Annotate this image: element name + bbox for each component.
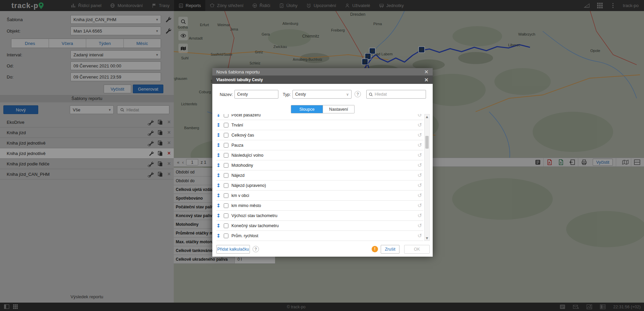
column-row: ↕Celkový čas↺ (216, 130, 423, 140)
drag-handle-icon[interactable]: ↕ (216, 223, 224, 229)
tab-columns[interactable]: Sloupce (291, 105, 323, 113)
drag-handle-icon[interactable]: ↕ (216, 152, 224, 158)
column-label: Trvání (231, 123, 418, 127)
name-label: Název: (220, 92, 233, 97)
drag-handle-icon[interactable]: ↕ (216, 132, 224, 138)
column-row: ↕Výchozí stav tachometru↺ (216, 211, 423, 221)
columns-scrollbar[interactable]: ▲ ▼ (424, 114, 430, 241)
table-properties-dialog-body: Název: Typ: Cesty∨ ? Hledat Sloupce Nast… (212, 84, 433, 257)
outer-dialog-title: Nová šablona reportu (216, 69, 260, 74)
inner-dialog-title: Vlastnosti tabulky Cesty (216, 77, 263, 82)
drag-handle-icon[interactable]: ↕ (216, 233, 224, 239)
column-row: ↕Trvání↺ (216, 120, 423, 130)
undo-icon[interactable]: ↺ (418, 142, 422, 148)
column-checkbox[interactable] (224, 203, 228, 208)
column-label: Výchozí stav tachometru (231, 213, 418, 218)
chevron-down-icon: ∨ (346, 92, 349, 97)
new-report-template-dialog: Nová šablona reportu × Vlastnosti tabulk… (212, 68, 433, 257)
column-checkbox[interactable] (224, 133, 228, 138)
drag-handle-icon[interactable]: ↕ (216, 162, 224, 168)
outer-dialog-header[interactable]: Nová šablona reportu × (212, 68, 433, 75)
column-row: ↕km v obci↺ (216, 191, 423, 201)
drag-handle-icon[interactable]: ↕ (216, 114, 224, 118)
column-checkbox[interactable] (224, 123, 228, 127)
undo-icon[interactable]: ↺ (418, 162, 422, 168)
undo-icon[interactable]: ↺ (418, 192, 422, 199)
undo-icon[interactable]: ↺ (418, 212, 422, 219)
ok-button[interactable]: OK (404, 245, 430, 254)
column-label: Motohodiny (231, 163, 418, 168)
column-checkbox[interactable] (224, 153, 228, 158)
column-checkbox[interactable] (224, 114, 228, 117)
columns-list: ↕Počet pasažérů↺↕Trvání↺↕Celkový čas↺↕Pa… (216, 114, 423, 241)
column-label: Počet pasažérů (231, 114, 418, 117)
column-row: ↕km mimo město↺ (216, 201, 423, 211)
cancel-button[interactable]: Zrušit (381, 245, 399, 254)
scroll-up-icon[interactable]: ▲ (425, 114, 429, 119)
column-label: Konečný stav tachometru (231, 223, 418, 228)
column-row: ↕Nájezd↺ (216, 170, 423, 180)
column-checkbox[interactable] (224, 193, 228, 198)
column-label: km v obci (231, 193, 418, 198)
help-icon[interactable]: ? (253, 246, 259, 252)
dialog-tabs: Sloupce Nastavení (291, 105, 355, 113)
drag-handle-icon[interactable]: ↕ (216, 142, 224, 148)
drag-handle-icon[interactable]: ↕ (216, 203, 224, 209)
drag-handle-icon[interactable]: ↕ (216, 193, 224, 199)
column-checkbox[interactable] (224, 173, 228, 178)
column-label: Nájezd (upraveno) (231, 183, 418, 188)
column-row: ↕Následující volno↺ (216, 150, 423, 160)
tab-settings[interactable]: Nastavení (323, 105, 354, 113)
column-label: Následující volno (231, 153, 418, 158)
column-row: ↕Pauza↺ (216, 140, 423, 150)
table-properties-dialog-header[interactable]: Vlastnosti tabulky Cesty × (212, 75, 433, 84)
undo-icon[interactable]: ↺ (418, 172, 422, 178)
drag-handle-icon[interactable]: ↕ (216, 183, 224, 189)
drag-handle-icon[interactable]: ↕ (216, 122, 224, 128)
name-input[interactable] (234, 90, 278, 99)
add-calculator-button[interactable]: Přidat kalkulačku (216, 245, 250, 254)
undo-icon[interactable]: ↺ (418, 222, 422, 229)
column-label: Nájezd (231, 173, 418, 178)
column-label: Pauza (231, 143, 418, 148)
column-checkbox[interactable] (224, 234, 228, 238)
drag-handle-icon[interactable]: ↕ (216, 172, 224, 178)
close-icon[interactable]: × (424, 77, 429, 83)
type-select[interactable]: Cesty∨ (292, 90, 352, 99)
close-icon[interactable]: × (424, 69, 429, 74)
column-checkbox[interactable] (224, 183, 228, 188)
undo-icon[interactable]: ↺ (418, 122, 422, 128)
column-row: ↕Nájezd (upraveno)↺ (216, 180, 423, 191)
undo-icon[interactable]: ↺ (418, 152, 422, 158)
undo-icon[interactable]: ↺ (418, 114, 422, 118)
undo-icon[interactable]: ↺ (418, 232, 422, 239)
search-icon (369, 92, 373, 97)
column-checkbox[interactable] (224, 213, 228, 218)
warning-icon: ! (372, 246, 378, 252)
column-search-input[interactable]: Hledat (366, 90, 426, 99)
undo-icon[interactable]: ↺ (418, 182, 422, 189)
scrollbar-thumb[interactable] (425, 136, 429, 149)
column-checkbox[interactable] (224, 143, 228, 148)
column-label: km mimo město (231, 203, 418, 208)
column-checkbox[interactable] (224, 223, 228, 228)
undo-icon[interactable]: ↺ (418, 132, 422, 138)
column-label: Celkový čas (231, 133, 418, 138)
column-row: ↕Motohodiny↺ (216, 160, 423, 170)
type-label: Typ: (283, 92, 291, 97)
scroll-down-icon[interactable]: ▼ (425, 236, 429, 241)
column-checkbox[interactable] (224, 163, 228, 168)
column-label: Prům. rychlost (231, 234, 418, 238)
undo-icon[interactable]: ↺ (418, 202, 422, 209)
drag-handle-icon[interactable]: ↕ (216, 213, 224, 219)
column-row: ↕Prům. rychlost↺ (216, 231, 423, 241)
column-row: ↕Konečný stav tachometru↺ (216, 221, 423, 231)
column-row: ↕Počet pasažérů↺ (216, 114, 423, 120)
help-icon[interactable]: ? (355, 91, 361, 97)
